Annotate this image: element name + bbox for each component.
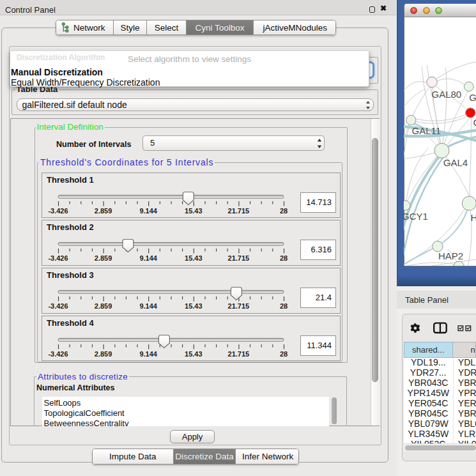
svg-text:9.144: 9.144 — [139, 254, 157, 262]
svg-text:15.43: 15.43 — [185, 207, 203, 215]
svg-text:28: 28 — [280, 302, 288, 310]
svg-text:9.144: 9.144 — [139, 350, 157, 358]
svg-text:GAL4: GAL4 — [443, 157, 467, 168]
svg-text:2.859: 2.859 — [95, 302, 112, 310]
svg-text:HAP2: HAP2 — [438, 250, 463, 261]
svg-text:2.859: 2.859 — [95, 350, 112, 358]
svg-text:21.715: 21.715 — [228, 207, 250, 215]
svg-text:G.: G. — [469, 92, 476, 103]
svg-text:-3.426: -3.426 — [48, 254, 68, 262]
svg-text:-3.426: -3.426 — [48, 350, 68, 358]
svg-text:GCY1: GCY1 — [404, 211, 428, 222]
svg-text:-3.426: -3.426 — [48, 207, 68, 215]
svg-text:28: 28 — [280, 350, 288, 358]
svg-text:28: 28 — [280, 207, 288, 215]
svg-text:HI: HI — [470, 212, 476, 223]
svg-text:15.43: 15.43 — [185, 350, 203, 358]
svg-text:GAL11: GAL11 — [411, 125, 441, 136]
svg-text:21.715: 21.715 — [228, 254, 250, 262]
svg-text:21.715: 21.715 — [228, 350, 250, 358]
svg-text:CD: CD — [473, 117, 476, 128]
svg-text:9.144: 9.144 — [139, 207, 157, 215]
svg-text:-3.426: -3.426 — [48, 302, 68, 310]
svg-text:15.43: 15.43 — [185, 302, 203, 310]
svg-text:2.859: 2.859 — [95, 254, 112, 262]
svg-text:GAL80: GAL80 — [431, 89, 461, 100]
svg-text:9.144: 9.144 — [139, 302, 157, 310]
svg-text:21.715: 21.715 — [228, 302, 250, 310]
svg-text:2.859: 2.859 — [95, 207, 112, 215]
svg-text:15.43: 15.43 — [185, 254, 203, 262]
svg-text:28: 28 — [280, 254, 288, 262]
